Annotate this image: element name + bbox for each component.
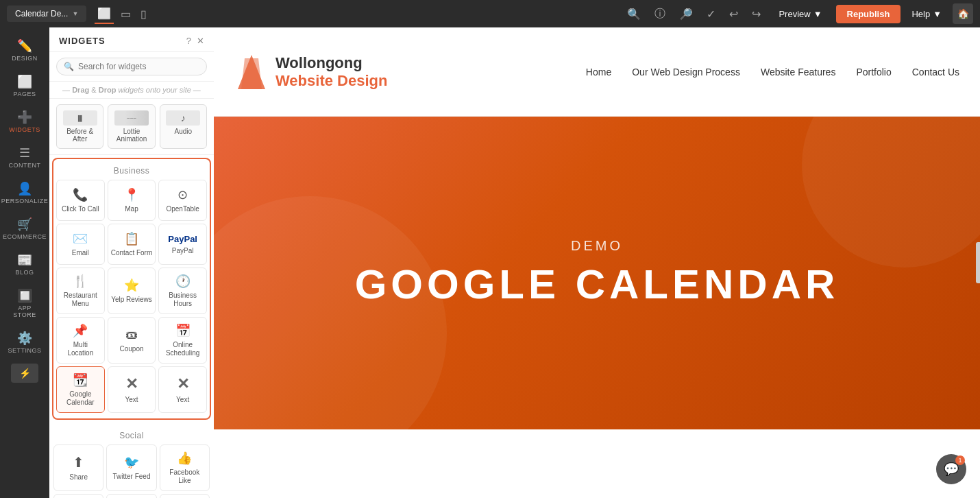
widget-business-hours-label: Business Hours <box>162 292 204 308</box>
blog-icon: 📰 <box>17 252 32 268</box>
sidebar-item-pages[interactable]: ⬜ Pages <box>3 69 47 103</box>
widgets-add-icon: ➕ <box>17 110 32 125</box>
business-section: Business 📞 Click To Call 📍 Map ⊙ OpenTab… <box>52 158 211 420</box>
widget-yelp-reviews-label: Yelp Reviews <box>111 296 152 304</box>
widget-yelp-reviews[interactable]: ⭐ Yelp Reviews <box>108 268 156 314</box>
scheduling-icon: 📅 <box>175 323 191 338</box>
yelp-icon: ⭐ <box>124 278 139 293</box>
widget-social-1[interactable]: ⊞ <box>53 494 103 498</box>
hero-main-title: GOOGLE CALENDAR <box>355 261 840 308</box>
sidebar-label-personalize: Personalize <box>1 198 49 204</box>
sidebar-extra-button[interactable]: ⚡ <box>11 364 38 383</box>
widgets-header-icons: ? ✕ <box>186 36 204 46</box>
share-icon: ⬆ <box>73 454 84 471</box>
drag-drop-hint: — Drag & Drop widgets onto your site — <box>49 82 214 99</box>
search-button[interactable]: 🔍 <box>623 5 645 23</box>
widget-yext-1-label: Yext <box>125 396 138 404</box>
question-icon[interactable]: ? <box>186 36 191 46</box>
audio-widget[interactable]: ♪ Audio <box>160 104 207 149</box>
sidebar-item-app-store[interactable]: 🔲 App Store <box>3 283 47 324</box>
widget-opentable-label: OpenTable <box>166 205 199 213</box>
widget-google-calendar[interactable]: 📆 Google Calendar <box>56 366 105 413</box>
website-preview: Wollongong Website Design Home Our Web D… <box>214 27 980 498</box>
settings-gear-icon: ⚙️ <box>17 331 32 346</box>
social-section-title: Social <box>53 424 210 444</box>
widget-restaurant-menu[interactable]: 🍴 Restaurant Menu <box>56 268 105 314</box>
tablet-icon[interactable]: ▭ <box>118 5 134 23</box>
mobile-icon[interactable]: ▯ <box>138 5 149 23</box>
widget-facebook-like[interactable]: 👍 Facebook Like <box>160 444 210 491</box>
sidebar-item-personalize[interactable]: 👤 Personalize <box>3 176 47 210</box>
widget-social-2[interactable]: ⊠ <box>106 494 156 498</box>
nav-website-features[interactable]: Website Features <box>761 67 835 78</box>
undo-button[interactable]: ↩ <box>725 5 742 23</box>
widget-coupon[interactable]: 🎟 Coupon <box>108 317 156 364</box>
contact-form-icon: 📋 <box>124 231 139 246</box>
sidebar-item-ecommerce[interactable]: 🛒 Ecommerce <box>3 211 47 246</box>
svg-marker-1 <box>241 58 262 89</box>
sidebar-label-settings: Settings <box>8 347 41 354</box>
widget-email[interactable]: ✉️ Email <box>56 224 105 265</box>
before-after-preview: ▐▌ <box>63 110 97 126</box>
nav-contact-us[interactable]: Contact Us <box>912 67 959 78</box>
sidebar-label-design: Design <box>12 55 38 62</box>
device-switcher: ⬜ ▭ ▯ <box>95 4 149 24</box>
sidebar-item-design[interactable]: ✏️ Design <box>3 33 47 67</box>
info-button[interactable]: ⓘ <box>650 4 670 24</box>
nav-web-design-process[interactable]: Our Web Design Process <box>632 67 740 78</box>
resize-handle[interactable] <box>976 242 980 283</box>
sidebar-item-settings[interactable]: ⚙️ Settings <box>3 325 47 359</box>
close-icon[interactable]: ✕ <box>197 36 204 46</box>
notification-button[interactable]: 💬 1 <box>936 454 966 484</box>
special-widgets-bar: ▐▌ Before &After ~~~ LottieAnimation ♪ A… <box>49 99 214 155</box>
widgets-scroll-area: Business 📞 Click To Call 📍 Map ⊙ OpenTab… <box>49 155 214 498</box>
widget-yext-2[interactable]: ✕ Yext <box>158 366 207 413</box>
main-layout: ✏️ Design ⬜ Pages ➕ Widgets ☰ Content 👤 … <box>0 27 980 498</box>
social-section: Social ⬆ Share 🐦 Twitter Feed 👍 Facebook… <box>49 424 214 498</box>
lottie-preview: ~~~ <box>114 110 149 126</box>
widget-map[interactable]: 📍 Map <box>108 180 156 221</box>
preview-button[interactable]: Preview ▼ <box>770 5 830 23</box>
widget-online-scheduling[interactable]: 📅 Online Scheduling <box>158 317 207 364</box>
zoom-button[interactable]: 🔎 <box>675 5 697 23</box>
widget-multi-location[interactable]: 📌 Multi Location <box>56 317 105 364</box>
check-button[interactable]: ✓ <box>702 5 720 23</box>
widget-yext-1[interactable]: ✕ Yext <box>108 366 156 413</box>
clock-icon: 🕐 <box>175 274 191 289</box>
widgets-panel-title: WIDGETS <box>59 36 106 46</box>
republish-button[interactable]: Republish <box>836 5 901 23</box>
ecommerce-icon: 🛒 <box>17 217 32 232</box>
yext-1-icon: ✕ <box>125 375 138 393</box>
widget-business-hours[interactable]: 🕐 Business Hours <box>158 268 207 314</box>
widget-share[interactable]: ⬆ Share <box>53 444 103 491</box>
audio-label: Audio <box>175 128 193 135</box>
site-icon-button[interactable]: 🏠 <box>953 3 973 24</box>
widget-opentable[interactable]: ⊙ OpenTable <box>158 180 207 221</box>
sidebar-item-content[interactable]: ☰ Content <box>3 140 47 174</box>
social-widget-grid: ⬆ Share 🐦 Twitter Feed 👍 Facebook Like ⊞ <box>53 444 210 498</box>
multi-location-icon: 📌 <box>73 323 88 338</box>
nav-portfolio[interactable]: Portfolio <box>856 67 891 78</box>
logo-text: Wollongong Website Design <box>275 54 387 90</box>
sidebar-item-blog[interactable]: 📰 Blog <box>3 247 47 281</box>
lottie-animation-widget[interactable]: ~~~ LottieAnimation <box>108 104 155 149</box>
widget-coupon-label: Coupon <box>119 345 143 353</box>
logo-icon <box>234 51 269 93</box>
sidebar-label-blog: Blog <box>15 269 34 276</box>
search-input[interactable] <box>78 62 199 71</box>
widget-click-to-call[interactable]: 📞 Click To Call <box>56 180 105 221</box>
redo-button[interactable]: ↪ <box>748 5 765 23</box>
help-button[interactable]: Help ▼ <box>906 5 947 23</box>
widget-paypal[interactable]: PayPal PayPal <box>158 224 207 265</box>
coupon-icon: 🎟 <box>125 328 138 342</box>
desktop-icon[interactable]: ⬜ <box>95 4 114 24</box>
nav-home[interactable]: Home <box>586 67 611 78</box>
sidebar-item-widgets[interactable]: ➕ Widgets <box>3 104 47 139</box>
toolbar-right: 🔍 ⓘ 🔎 ✓ ↩ ↪ Preview ▼ Republish Help ▼ 🏠 <box>623 3 973 24</box>
widget-twitter-feed[interactable]: 🐦 Twitter Feed <box>106 444 156 491</box>
widget-social-3[interactable]: 📡 <box>160 494 210 498</box>
before-after-widget[interactable]: ▐▌ Before &After <box>56 104 103 149</box>
page-tab[interactable]: Calendar De... ▼ <box>7 5 86 22</box>
widget-contact-form[interactable]: 📋 Contact Form <box>108 224 156 265</box>
site-nav: Wollongong Website Design Home Our Web D… <box>214 27 980 117</box>
